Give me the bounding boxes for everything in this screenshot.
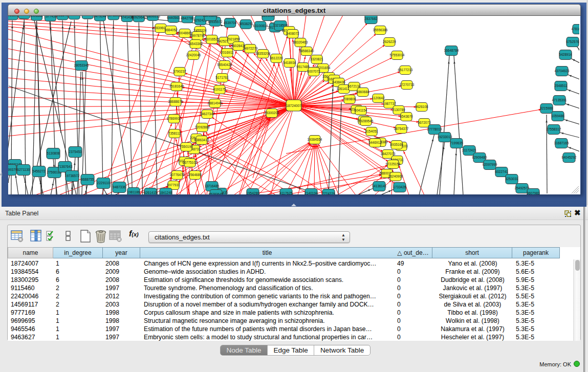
- svg-text:2016911: 2016911: [221, 51, 234, 54]
- svg-text:3684052: 3684052: [164, 28, 178, 32]
- svg-text:4860684: 4860684: [356, 90, 369, 94]
- svg-text:19384554: 19384554: [308, 138, 322, 141]
- svg-text:4842788: 4842788: [181, 16, 194, 20]
- svg-text:1120642: 1120642: [372, 96, 385, 100]
- svg-text:35556386: 35556386: [373, 28, 388, 32]
- svg-text:66775103: 66775103: [183, 161, 198, 164]
- svg-text:5672073: 5672073: [418, 121, 431, 124]
- svg-text:9487336: 9487336: [113, 185, 126, 189]
- svg-text:1841248: 1841248: [159, 191, 172, 194]
- svg-text:47135391: 47135391: [552, 98, 567, 102]
- svg-text:27778019: 27778019: [427, 127, 442, 131]
- svg-text:24972279: 24972279: [243, 47, 258, 50]
- svg-text:6022741: 6022741: [495, 170, 508, 173]
- svg-text:68353204: 68353204: [256, 52, 271, 55]
- svg-text:3607983: 3607983: [527, 191, 540, 194]
- svg-text:14136141: 14136141: [372, 184, 387, 188]
- svg-text:16033809: 16033809: [203, 16, 218, 17]
- svg-text:44999379: 44999379: [8, 168, 17, 171]
- svg-text:13716485: 13716485: [205, 184, 220, 188]
- svg-text:8935169: 8935169: [390, 143, 403, 146]
- svg-text:19289546: 19289546: [359, 119, 374, 123]
- svg-text:65177213: 65177213: [398, 68, 413, 72]
- svg-text:6438436: 6438436: [332, 80, 345, 84]
- svg-text:31687165: 31687165: [554, 141, 569, 145]
- svg-text:38427073: 38427073: [381, 152, 396, 156]
- svg-text:30776478: 30776478: [170, 173, 185, 177]
- svg-text:60929647: 60929647: [132, 16, 146, 19]
- svg-text:72092888: 72092888: [195, 125, 210, 129]
- svg-text:84045292: 84045292: [562, 156, 577, 159]
- svg-text:25300203: 25300203: [265, 111, 279, 115]
- svg-text:8813054: 8813054: [262, 16, 275, 17]
- svg-text:8612220: 8612220: [270, 56, 283, 60]
- svg-text:83863413: 83863413: [194, 138, 209, 142]
- svg-text:2375453: 2375453: [69, 150, 82, 154]
- svg-text:58586340: 58586340: [299, 49, 314, 53]
- svg-text:5479144: 5479144: [94, 16, 107, 18]
- svg-text:6271130: 6271130: [17, 168, 30, 171]
- svg-text:3154051: 3154051: [365, 129, 378, 133]
- svg-text:4191175: 4191175: [213, 87, 226, 91]
- svg-text:7774229: 7774229: [322, 192, 335, 194]
- svg-text:5041154: 5041154: [355, 108, 367, 112]
- svg-text:97225156: 97225156: [386, 162, 401, 166]
- svg-text:8688755: 8688755: [81, 178, 94, 181]
- svg-text:1981186: 1981186: [127, 190, 140, 194]
- svg-text:6440561: 6440561: [167, 16, 180, 19]
- svg-text:92097999: 92097999: [483, 163, 497, 166]
- svg-text:85283645: 85283645: [209, 192, 224, 194]
- svg-text:38538251: 38538251: [238, 22, 253, 26]
- svg-text:3253031: 3253031: [505, 177, 518, 181]
- svg-text:17869910: 17869910: [167, 117, 182, 120]
- svg-text:9517485: 9517485: [296, 65, 310, 69]
- svg-text:71367643: 71367643: [58, 165, 73, 168]
- svg-text:19233013: 19233013: [438, 135, 452, 139]
- svg-text:5446912: 5446912: [368, 141, 382, 144]
- svg-text:18724007: 18724007: [286, 104, 301, 107]
- svg-text:75181648: 75181648: [169, 84, 184, 88]
- svg-text:4539704: 4539704: [224, 21, 237, 25]
- svg-text:7550190: 7550190: [180, 145, 193, 148]
- svg-text:7089806: 7089806: [343, 97, 356, 101]
- svg-text:5418934: 5418934: [283, 61, 296, 64]
- svg-text:2130789: 2130789: [392, 108, 405, 112]
- svg-text:6543670: 6543670: [400, 115, 413, 118]
- svg-text:47816686: 47816686: [572, 27, 579, 31]
- svg-text:1768805: 1768805: [8, 16, 19, 17]
- svg-text:1059486: 1059486: [551, 114, 564, 118]
- svg-text:6261415: 6261415: [144, 191, 157, 194]
- svg-text:6007072: 6007072: [307, 70, 320, 73]
- svg-text:26240908: 26240908: [388, 174, 403, 178]
- svg-text:28053346: 28053346: [74, 63, 89, 67]
- svg-text:4117625: 4117625: [280, 191, 293, 194]
- svg-text:6752576: 6752576: [566, 40, 579, 43]
- svg-text:95899313: 95899313: [145, 16, 160, 18]
- svg-text:31831063: 31831063: [67, 16, 82, 16]
- svg-text:2229110: 2229110: [97, 181, 110, 185]
- svg-text:1954280: 1954280: [246, 191, 259, 194]
- svg-text:89978790: 89978790: [190, 34, 205, 37]
- svg-text:8215988: 8215988: [540, 106, 553, 110]
- svg-text:7358113: 7358113: [168, 132, 181, 135]
- svg-text:31172421: 31172421: [462, 148, 477, 152]
- svg-text:5456272: 5456272: [32, 169, 46, 173]
- svg-text:88320463: 88320463: [293, 40, 308, 44]
- svg-text:16648784: 16648784: [444, 49, 459, 52]
- svg-text:2921859: 2921859: [227, 37, 240, 41]
- svg-text:19736572: 19736572: [65, 174, 80, 178]
- svg-text:22420046: 22420046: [186, 53, 201, 57]
- svg-text:38688676: 38688676: [168, 100, 183, 103]
- svg-text:3320821: 3320821: [310, 57, 323, 61]
- svg-text:34627347: 34627347: [200, 112, 215, 116]
- svg-text:2564689: 2564689: [188, 173, 202, 177]
- svg-text:3871230: 3871230: [107, 16, 120, 17]
- svg-text:16543362: 16543362: [188, 42, 203, 46]
- svg-text:1987737: 1987737: [383, 102, 396, 105]
- svg-text:2140194: 2140194: [304, 191, 318, 194]
- svg-text:5171761: 5171761: [215, 76, 229, 79]
- svg-text:27558317: 27558317: [547, 127, 561, 131]
- svg-text:17270733: 17270733: [400, 83, 415, 86]
- svg-text:57553014: 57553014: [390, 53, 405, 57]
- svg-text:38754377: 38754377: [394, 127, 409, 130]
